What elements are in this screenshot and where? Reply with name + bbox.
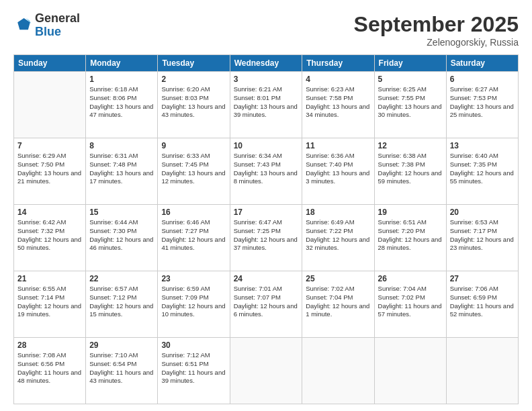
day-info: Sunrise: 6:36 AMSunset: 7:40 PMDaylight:… <box>306 152 370 186</box>
day-of-week-sunday: Sunday <box>14 55 86 72</box>
day-info: Sunrise: 7:04 AMSunset: 7:02 PMDaylight:… <box>378 285 443 319</box>
day-number: 13 <box>450 141 515 150</box>
day-info: Sunrise: 6:21 AMSunset: 8:01 PMDaylight:… <box>234 85 299 120</box>
day-of-week-tuesday: Tuesday <box>158 55 230 72</box>
day-info: Sunrise: 6:29 AMSunset: 7:50 PMDaylight:… <box>17 152 82 186</box>
day-info: Sunrise: 6:40 AMSunset: 7:35 PMDaylight:… <box>450 152 515 186</box>
day-info: Sunrise: 7:10 AMSunset: 6:54 PMDaylight:… <box>89 351 154 385</box>
calendar-cell: 27Sunrise: 7:06 AMSunset: 6:59 PMDayligh… <box>446 271 518 338</box>
calendar-table: SundayMondayTuesdayWednesdayThursdayFrid… <box>13 54 519 404</box>
day-info: Sunrise: 7:01 AMSunset: 7:07 PMDaylight:… <box>234 285 299 319</box>
day-number: 2 <box>161 75 226 84</box>
day-number: 19 <box>378 208 443 217</box>
calendar-week-2: 14Sunrise: 6:42 AMSunset: 7:32 PMDayligh… <box>14 205 519 271</box>
day-number: 20 <box>450 208 515 217</box>
day-info: Sunrise: 6:59 AMSunset: 7:09 PMDaylight:… <box>161 285 226 319</box>
day-number: 12 <box>378 141 443 150</box>
day-of-week-friday: Friday <box>374 55 446 72</box>
logo-blue-text: Blue <box>35 25 61 38</box>
location: Zelenogorskiy, Russia <box>354 37 519 48</box>
day-number: 11 <box>306 141 370 150</box>
calendar-cell: 5Sunrise: 6:25 AMSunset: 7:55 PMDaylight… <box>374 72 446 138</box>
calendar-cell: 25Sunrise: 7:02 AMSunset: 7:04 PMDayligh… <box>302 271 374 338</box>
calendar-cell: 30Sunrise: 7:12 AMSunset: 6:51 PMDayligh… <box>158 338 230 404</box>
calendar-cell: 6Sunrise: 6:27 AMSunset: 7:53 PMDaylight… <box>446 72 518 138</box>
calendar-cell: 14Sunrise: 6:42 AMSunset: 7:32 PMDayligh… <box>14 205 86 271</box>
day-info: Sunrise: 6:34 AMSunset: 7:43 PMDaylight:… <box>234 152 299 186</box>
day-info: Sunrise: 6:46 AMSunset: 7:27 PMDaylight:… <box>161 218 226 253</box>
calendar-header-row: SundayMondayTuesdayWednesdayThursdayFrid… <box>14 55 519 72</box>
day-number: 15 <box>89 208 154 217</box>
calendar-cell: 8Sunrise: 6:31 AMSunset: 7:48 PMDaylight… <box>86 138 158 205</box>
calendar-cell: 2Sunrise: 6:20 AMSunset: 8:03 PMDaylight… <box>158 72 230 138</box>
day-number: 3 <box>234 75 299 84</box>
calendar-cell: 11Sunrise: 6:36 AMSunset: 7:40 PMDayligh… <box>302 138 374 205</box>
calendar-cell: 7Sunrise: 6:29 AMSunset: 7:50 PMDaylight… <box>14 138 86 205</box>
calendar-week-0: 1Sunrise: 6:18 AMSunset: 8:06 PMDaylight… <box>14 72 519 138</box>
calendar-cell: 4Sunrise: 6:23 AMSunset: 7:58 PMDaylight… <box>302 72 374 138</box>
day-number: 25 <box>306 274 370 283</box>
day-number: 26 <box>378 274 443 283</box>
day-info: Sunrise: 6:23 AMSunset: 7:58 PMDaylight:… <box>306 85 370 120</box>
day-number: 7 <box>17 141 82 150</box>
day-info: Sunrise: 6:42 AMSunset: 7:32 PMDaylight:… <box>17 218 82 253</box>
day-of-week-saturday: Saturday <box>446 55 518 72</box>
day-number: 22 <box>89 274 154 283</box>
day-info: Sunrise: 6:20 AMSunset: 8:03 PMDaylight:… <box>161 85 226 120</box>
day-info: Sunrise: 6:31 AMSunset: 7:48 PMDaylight:… <box>89 152 154 186</box>
day-number: 16 <box>161 208 226 217</box>
day-of-week-thursday: Thursday <box>302 55 374 72</box>
day-number: 9 <box>161 141 226 150</box>
day-number: 28 <box>17 340 82 350</box>
calendar-cell: 16Sunrise: 6:46 AMSunset: 7:27 PMDayligh… <box>158 205 230 271</box>
month-title: September 2025 <box>354 12 519 37</box>
day-info: Sunrise: 6:33 AMSunset: 7:45 PMDaylight:… <box>161 152 226 186</box>
calendar-cell: 12Sunrise: 6:38 AMSunset: 7:38 PMDayligh… <box>374 138 446 205</box>
day-info: Sunrise: 6:47 AMSunset: 7:25 PMDaylight:… <box>234 218 299 253</box>
day-info: Sunrise: 6:27 AMSunset: 7:53 PMDaylight:… <box>450 85 515 120</box>
day-number: 10 <box>234 141 299 150</box>
day-info: Sunrise: 7:06 AMSunset: 6:59 PMDaylight:… <box>450 285 515 319</box>
day-number: 6 <box>450 75 515 84</box>
day-number: 24 <box>234 274 299 283</box>
day-number: 23 <box>161 274 226 283</box>
day-number: 4 <box>306 75 370 84</box>
day-number: 17 <box>234 208 299 217</box>
calendar-cell: 22Sunrise: 6:57 AMSunset: 7:12 PMDayligh… <box>86 271 158 338</box>
calendar-week-3: 21Sunrise: 6:55 AMSunset: 7:14 PMDayligh… <box>14 271 519 338</box>
day-info: Sunrise: 6:25 AMSunset: 7:55 PMDaylight:… <box>378 85 443 120</box>
calendar-cell: 21Sunrise: 6:55 AMSunset: 7:14 PMDayligh… <box>14 271 86 338</box>
day-info: Sunrise: 6:49 AMSunset: 7:22 PMDaylight:… <box>306 218 370 253</box>
day-info: Sunrise: 7:08 AMSunset: 6:56 PMDaylight:… <box>17 351 82 385</box>
day-info: Sunrise: 7:02 AMSunset: 7:04 PMDaylight:… <box>306 285 370 319</box>
calendar-cell: 3Sunrise: 6:21 AMSunset: 8:01 PMDaylight… <box>230 72 302 138</box>
logo-icon <box>13 16 32 35</box>
calendar-week-1: 7Sunrise: 6:29 AMSunset: 7:50 PMDaylight… <box>14 138 519 205</box>
calendar-cell: 17Sunrise: 6:47 AMSunset: 7:25 PMDayligh… <box>230 205 302 271</box>
calendar-cell: 18Sunrise: 6:49 AMSunset: 7:22 PMDayligh… <box>302 205 374 271</box>
day-number: 30 <box>161 340 226 350</box>
calendar-cell: 23Sunrise: 6:59 AMSunset: 7:09 PMDayligh… <box>158 271 230 338</box>
title-block: September 2025 Zelenogorskiy, Russia <box>354 12 519 48</box>
day-number: 18 <box>306 208 370 217</box>
day-number: 8 <box>89 141 154 150</box>
calendar-cell: 20Sunrise: 6:53 AMSunset: 7:17 PMDayligh… <box>446 205 518 271</box>
day-number: 21 <box>17 274 82 283</box>
calendar-cell: 10Sunrise: 6:34 AMSunset: 7:43 PMDayligh… <box>230 138 302 205</box>
day-info: Sunrise: 6:55 AMSunset: 7:14 PMDaylight:… <box>17 285 82 319</box>
calendar-cell: 9Sunrise: 6:33 AMSunset: 7:45 PMDaylight… <box>158 138 230 205</box>
day-info: Sunrise: 6:51 AMSunset: 7:20 PMDaylight:… <box>378 218 443 253</box>
calendar-cell: 29Sunrise: 7:10 AMSunset: 6:54 PMDayligh… <box>86 338 158 404</box>
calendar-cell: 1Sunrise: 6:18 AMSunset: 8:06 PMDaylight… <box>86 72 158 138</box>
day-info: Sunrise: 6:18 AMSunset: 8:06 PMDaylight:… <box>89 85 154 120</box>
header: General Blue September 2025 Zelenogorski… <box>13 12 519 48</box>
day-number: 29 <box>89 340 154 350</box>
calendar-cell <box>230 338 302 404</box>
calendar-cell: 19Sunrise: 6:51 AMSunset: 7:20 PMDayligh… <box>374 205 446 271</box>
calendar-cell <box>14 72 86 138</box>
calendar-cell: 26Sunrise: 7:04 AMSunset: 7:02 PMDayligh… <box>374 271 446 338</box>
day-number: 14 <box>17 208 82 217</box>
day-info: Sunrise: 6:57 AMSunset: 7:12 PMDaylight:… <box>89 285 154 319</box>
calendar-cell: 13Sunrise: 6:40 AMSunset: 7:35 PMDayligh… <box>446 138 518 205</box>
day-info: Sunrise: 6:38 AMSunset: 7:38 PMDaylight:… <box>378 152 443 186</box>
